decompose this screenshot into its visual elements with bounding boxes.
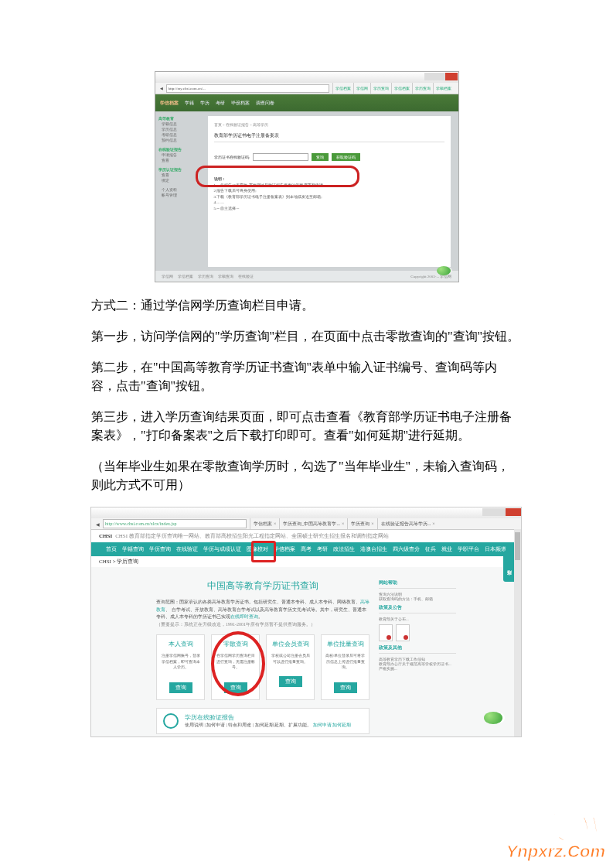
sidebar-item[interactable]: 学历信息 — [162, 127, 205, 132]
report-icon — [163, 713, 179, 729]
nav-tab[interactable]: 四六级查分 — [393, 545, 420, 553]
nav-tab[interactable]: 港澳台招生 — [360, 545, 387, 553]
watermark: 易贤网 Ynpxrz.Com — [503, 809, 605, 862]
page-title: 中国高等教育学历证书查询 — [156, 579, 370, 593]
scrollbar[interactable] — [514, 529, 521, 736]
nav-tab[interactable]: 学职平台 — [458, 545, 479, 553]
url-field[interactable]: http://my.chsi.com.cn/... — [166, 84, 329, 93]
nav-item[interactable]: 考研 — [216, 100, 225, 107]
card-button[interactable]: 查询 — [334, 682, 357, 693]
browser-tab[interactable]: 学籍档案 — [433, 83, 454, 94]
chat-widget-icon[interactable] — [437, 266, 451, 275]
sidebar-heading: 在线验证报告 — [158, 147, 205, 152]
side-text: 教育部关于公布... — [379, 617, 456, 621]
footer-link[interactable]: 学信档案 — [178, 274, 193, 279]
window-max-button[interactable] — [435, 73, 446, 80]
nav-tab[interactable]: 政法招生 — [333, 545, 355, 553]
sidebar-item[interactable]: 申请报告 — [162, 152, 205, 157]
card-unit-batch-query: 单位批量查询 高校/单位登录后可将学历信息上传进行批量查询。 查询 — [321, 634, 370, 700]
main-nav: 首页 学籍查询 学历查询 在线验证 学历与成绩认证 图像校对 学信档案 高考 考… — [91, 542, 521, 556]
scroll-thumb[interactable] — [515, 532, 520, 560]
query-cards: 本人查询 注册学信网账号，登录学信档案，即可查询本人学历。 查询 零散查询 在学… — [156, 634, 370, 700]
sidebar-item[interactable]: 考研信息 — [162, 132, 205, 137]
nav-tab[interactable]: 学籍查询 — [122, 545, 144, 553]
doc-thumb[interactable] — [396, 624, 410, 641]
site-logo: 学信档案 — [160, 100, 179, 107]
breadcrumb: CHSI > 学历查询 — [91, 556, 521, 567]
nav-tab[interactable]: 高考 — [301, 545, 312, 553]
card-desc: 注册学信网账号，登录学信档案，即可查询本人学历。 — [160, 653, 201, 671]
card-button[interactable]: 查询 — [169, 682, 192, 693]
browser-tab[interactable]: 学信档案 — [332, 83, 353, 94]
getcode-button[interactable]: 获取验证码 — [332, 153, 360, 161]
footer-link[interactable]: 在线验证 — [238, 274, 254, 279]
footer-link[interactable]: 学历查询 — [198, 274, 213, 279]
doc-thumbs — [379, 624, 456, 641]
watermark-url: Ynpxrz.Com — [503, 842, 605, 862]
nav-tab[interactable]: 就业 — [441, 545, 452, 553]
screenshot-1: ◀ http://my.chsi.com.cn/... 学信档案 学信网 学历查… — [155, 71, 459, 282]
step-1: 第一步，访问学信网的"学历查询"栏目，在页面中点击零散查询的"查询"按钮。 — [91, 327, 522, 346]
window-titlebar — [155, 72, 458, 83]
doc-thumb[interactable] — [379, 624, 393, 641]
browser-tab[interactable]: 学历查询× — [347, 518, 376, 529]
browser-tab[interactable]: 学信档案 — [391, 83, 412, 94]
footer: 学信网 学信档案 学历查询 学籍查询 在线验证 Copyright 2003-.… — [155, 271, 458, 282]
browser-tab[interactable]: 学信档案× — [250, 518, 279, 529]
nav-tab[interactable]: 学历与成绩认证 — [203, 545, 241, 553]
nav-tab[interactable]: 首页 — [106, 545, 117, 553]
nav-tab[interactable]: 考研 — [317, 545, 328, 553]
browser-tab[interactable]: 学历查询 — [370, 83, 391, 94]
browser-tab[interactable]: 学历查询 — [412, 83, 433, 94]
sidebar-item[interactable]: 预约信息 — [162, 138, 205, 142]
main-panel: 首页 > 在线验证报告 > 高等学历 教育部学历证书电子注册备案表 学历证书在线… — [208, 116, 451, 267]
auth-link[interactable]: 如何申请 — [313, 723, 332, 727]
nav-tab[interactable]: 学信档案 — [274, 545, 295, 553]
auth-link[interactable]: 如何延期 — [332, 723, 351, 727]
nav-tab[interactable]: 学历查询 — [149, 545, 171, 553]
window-close-button[interactable] — [506, 508, 521, 516]
browser-tab[interactable]: 学历查询_中国高等教育学...× — [279, 518, 347, 529]
method-heading: 方式二：通过学信网学历查询栏目申请。 — [91, 296, 522, 315]
verify-code-input[interactable] — [253, 153, 308, 161]
chat-widget-icon[interactable] — [484, 712, 502, 724]
nav-item[interactable]: 调查问卷 — [256, 100, 274, 107]
footer-link[interactable]: 学籍查询 — [218, 274, 233, 279]
address-bar: ◀ http://my.chsi.com.cn/... 学信档案 学信网 学历查… — [155, 83, 458, 94]
sidebar: 网站帮助 查询方法说明 获取查询码的方法：手机、邮箱 政策及公告 教育部关于公布… — [379, 576, 456, 734]
input-row: 学历证书在线验证码: 查询 获取验证码 — [214, 153, 444, 161]
window-min-button[interactable] — [424, 73, 435, 80]
nav-item[interactable]: 学籍 — [185, 100, 194, 107]
sidebar-item[interactable]: 个人资料 — [162, 187, 205, 192]
desc-link[interactable]: 在线即时查询 — [230, 614, 258, 619]
card-desc: 高校/单位登录后可将学历信息上传进行批量查询。 — [325, 653, 366, 671]
card-unit-member-query: 单位会员查询 学校或公司注册会员后可以进行批量查询。 查询 — [266, 634, 315, 700]
sidebar-item[interactable]: 查看 — [162, 158, 205, 162]
input-label: 学历证书在线验证码: — [214, 155, 250, 159]
window-min-button[interactable] — [482, 508, 495, 516]
nav-item[interactable]: 毕设档案 — [231, 100, 250, 107]
main-content: 中国高等教育学历证书查询 查询范围：国家承认的各类高等教育学历证书。包括研究生、… — [91, 567, 521, 734]
share-tag[interactable]: 分享到 — [503, 551, 514, 582]
query-button[interactable]: 查询 — [312, 153, 329, 161]
card-button[interactable]: 查询 — [279, 676, 302, 687]
nav-back-icon[interactable]: ◀ — [96, 521, 100, 527]
window-close-button[interactable] — [445, 73, 458, 80]
nav-item[interactable]: 学历 — [200, 100, 209, 107]
screenshot-2: ◀ http://www.chsi.com.cn/xlcx/index.jsp … — [90, 507, 522, 737]
url-field[interactable]: http://www.chsi.com.cn/xlcx/index.jsp — [103, 519, 247, 528]
browser-tab[interactable]: 学信网 — [353, 83, 370, 94]
sidebar-item[interactable]: 帐号管理 — [162, 193, 205, 197]
nav-back-icon[interactable]: ◀ — [160, 86, 163, 91]
browser-tab[interactable]: 在线验证报告高等学历...× — [377, 518, 438, 529]
step-note: （当年毕业生如果在零散查询学历时，勾选了"当年毕业生"，未输入查询码，则此方式不… — [91, 457, 522, 494]
sidebar-item[interactable]: 学籍信息 — [162, 121, 205, 126]
nav-tab[interactable]: 征兵 — [425, 545, 436, 553]
card-title: 单位会员查询 — [270, 640, 311, 648]
nav-tab[interactable]: 在线验证 — [176, 545, 198, 553]
auth-report-row: 学历在线验证报告 使用说明 | 如何申请 | 特点和用途 | 如何延期 延期、扩… — [156, 708, 370, 734]
card-title: 本人查询 — [160, 640, 201, 648]
footer-link[interactable]: 学信网 — [162, 274, 173, 279]
step-2: 第二步，在"中国高等教育学历证书查询"表单中输入证书编号、查询码等内容，点击"查… — [91, 358, 522, 395]
small-note: （重要提示：系统正在升级改造，1991-2001年所有学历暂不提供查询服务。） — [156, 622, 315, 627]
